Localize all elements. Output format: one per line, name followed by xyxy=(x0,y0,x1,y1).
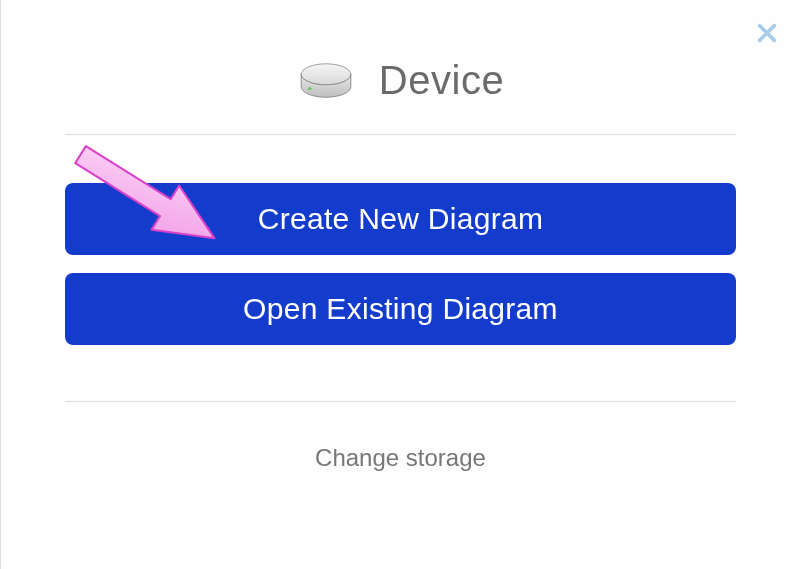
divider-bottom xyxy=(65,401,736,402)
hard-drive-icon xyxy=(297,60,355,102)
divider-top xyxy=(65,134,736,135)
action-buttons: Create New Diagram Open Existing Diagram xyxy=(65,183,736,345)
svg-point-1 xyxy=(308,87,312,90)
open-existing-diagram-button[interactable]: Open Existing Diagram xyxy=(65,273,736,345)
close-icon xyxy=(756,22,778,44)
close-button[interactable] xyxy=(756,22,778,44)
dialog-header: Device xyxy=(1,0,800,106)
create-new-diagram-button[interactable]: Create New Diagram xyxy=(65,183,736,255)
storage-dialog: Device Create New Diagram Open Existing … xyxy=(0,0,800,569)
change-storage-row: Change storage xyxy=(1,444,800,472)
dialog-title: Device xyxy=(379,58,504,103)
change-storage-link[interactable]: Change storage xyxy=(315,444,486,471)
